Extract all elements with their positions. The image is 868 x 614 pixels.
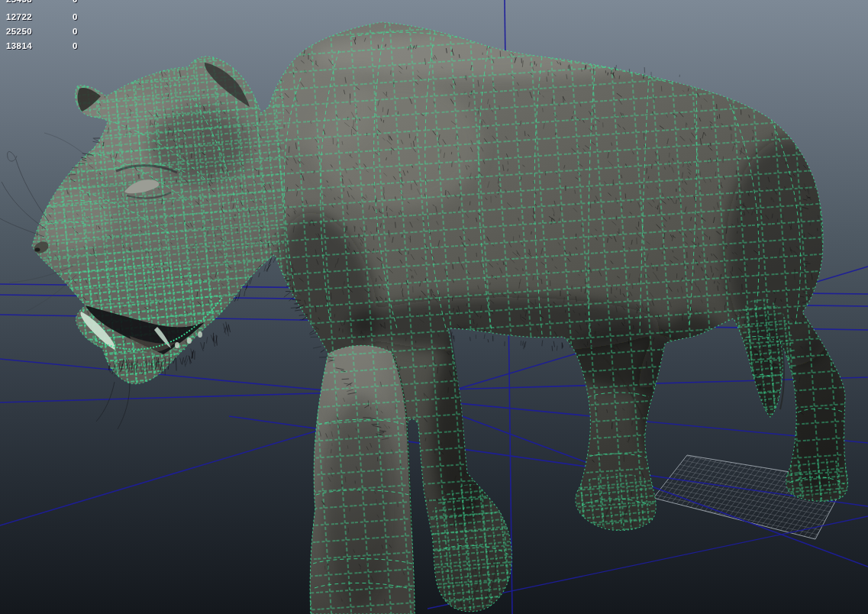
- lower-tooth: [175, 342, 179, 348]
- maya-3d-viewport-window: { "hud": { "rows": [ {"value": "25438", …: [0, 0, 868, 614]
- whisker: [44, 133, 92, 160]
- chin-fur-strand: [118, 383, 130, 429]
- viewport-3d[interactable]: [0, 0, 868, 614]
- tiger-wireframe-model[interactable]: [0, 0, 868, 614]
- wireframe-overlay: [0, 0, 868, 614]
- nostril: [35, 248, 40, 252]
- whisker: [8, 152, 49, 222]
- lower-tooth: [187, 338, 192, 344]
- lower-tooth: [198, 331, 202, 338]
- whisker: [2, 182, 46, 229]
- chin-fur-strand: [96, 382, 115, 422]
